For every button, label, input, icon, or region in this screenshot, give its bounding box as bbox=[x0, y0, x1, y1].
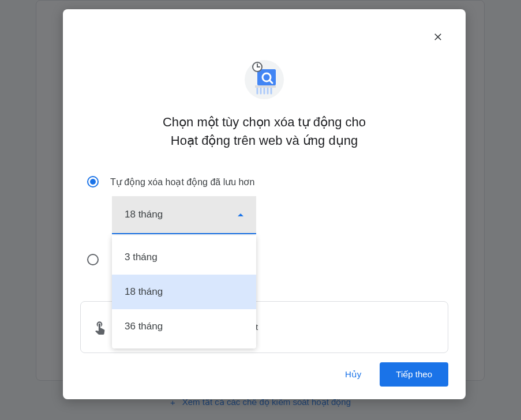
radio-selected-icon bbox=[87, 176, 99, 187]
radio-auto-delete-label: Tự động xóa hoạt động đã lưu hơn bbox=[110, 177, 254, 187]
auto-delete-dialog: Chọn một tùy chọn xóa tự động cho Hoạt đ… bbox=[63, 9, 466, 399]
next-button[interactable]: Tiếp theo bbox=[380, 362, 448, 387]
duration-option-label: 3 tháng bbox=[125, 252, 158, 263]
close-icon bbox=[432, 31, 444, 43]
radio-unselected-icon bbox=[87, 254, 99, 265]
cancel-button[interactable]: Hủy bbox=[340, 363, 366, 385]
duration-option-label: 18 tháng bbox=[125, 286, 163, 298]
radio-auto-delete-on[interactable]: Tự động xóa hoạt động đã lưu hơn bbox=[87, 176, 254, 187]
duration-select-value: 18 tháng bbox=[125, 209, 163, 220]
next-button-label: Tiếp theo bbox=[396, 369, 432, 379]
chevron-up-icon bbox=[238, 213, 243, 216]
svg-rect-12 bbox=[255, 85, 276, 88]
close-button[interactable] bbox=[426, 25, 449, 48]
dialog-title-line2: Hoạt động trên web và ứng dụng bbox=[63, 132, 466, 150]
dialog-actions: Hủy Tiếp theo bbox=[340, 362, 448, 387]
touch-icon bbox=[92, 320, 107, 335]
duration-dropdown: 3 tháng 18 tháng 36 tháng bbox=[112, 235, 256, 348]
radio-auto-delete-off[interactable] bbox=[87, 254, 99, 265]
dialog-title-line1: Chọn một tùy chọn xóa tự động cho bbox=[63, 113, 466, 132]
duration-option-3-months[interactable]: 3 tháng bbox=[112, 240, 256, 275]
dialog-title: Chọn một tùy chọn xóa tự động cho Hoạt đ… bbox=[63, 113, 466, 150]
duration-option-label: 36 tháng bbox=[125, 321, 163, 332]
duration-option-36-months[interactable]: 36 tháng bbox=[112, 309, 256, 344]
cancel-button-label: Hủy bbox=[345, 369, 361, 379]
auto-delete-hero-icon bbox=[243, 59, 285, 100]
duration-option-18-months[interactable]: 18 tháng bbox=[112, 275, 256, 309]
duration-select[interactable]: 18 tháng bbox=[112, 196, 256, 234]
